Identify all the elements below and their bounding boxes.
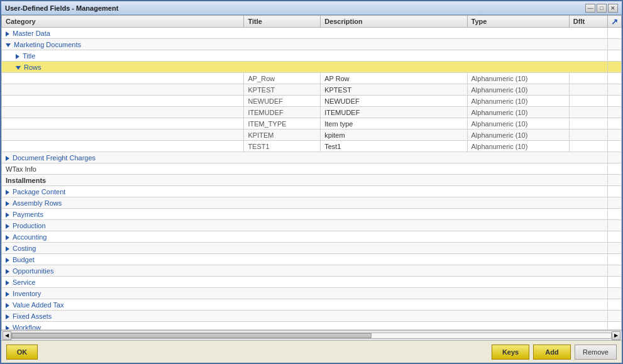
expand-icon[interactable] <box>16 54 19 59</box>
expand-icon[interactable] <box>6 292 9 297</box>
category-label[interactable]: Marketing Documents <box>14 41 81 48</box>
category-label[interactable]: Assembly Rows <box>13 199 62 207</box>
table-row[interactable]: NEWUDEFNEWUDEFAlphanumeric (10) <box>2 96 622 107</box>
horizontal-scrollbar[interactable]: ◀ ▶ <box>1 330 622 340</box>
expand-icon[interactable] <box>6 280 9 285</box>
category-cell[interactable]: Service <box>2 277 608 288</box>
category-cell[interactable]: Inventory <box>2 288 608 299</box>
category-cell[interactable]: Value Added Tax <box>2 299 608 311</box>
expand-icon[interactable] <box>6 156 9 161</box>
table-row[interactable]: ITEM_TYPEItem typeAlphanumeric (10) <box>2 118 622 130</box>
table-row[interactable]: Workflow <box>2 322 622 331</box>
category-label[interactable]: Package Content <box>13 188 65 196</box>
expand-icon[interactable] <box>6 326 9 330</box>
category-label[interactable]: Fixed Assets <box>13 312 52 320</box>
expand-icon[interactable] <box>6 201 9 206</box>
table-row[interactable]: TEST1Test1Alphanumeric (10) <box>2 141 622 152</box>
table-row[interactable]: Title <box>2 50 622 62</box>
remove-button[interactable]: Remove <box>575 345 617 360</box>
category-label[interactable]: Costing <box>13 245 36 252</box>
table-row[interactable]: Costing <box>2 243 622 254</box>
table-row[interactable]: AP_RowAP RowAlphanumeric (10) <box>2 73 622 84</box>
category-cell[interactable]: Opportunities <box>2 265 608 277</box>
table-row[interactable]: Master Data <box>2 28 622 39</box>
cat-nav-cell <box>607 50 621 62</box>
category-cell[interactable]: Master Data <box>2 28 608 39</box>
category-cell[interactable]: Marketing Documents <box>2 39 608 50</box>
expand-icon[interactable] <box>6 258 9 263</box>
category-label[interactable]: Rows <box>24 63 41 71</box>
table-row[interactable]: Inventory <box>2 288 622 299</box>
ok-button[interactable]: OK <box>6 345 38 360</box>
table-row[interactable]: Assembly Rows <box>2 197 622 209</box>
col-dft: Dflt <box>569 16 607 28</box>
table-row[interactable]: Fixed Assets <box>2 311 622 322</box>
expand-icon[interactable] <box>6 303 9 308</box>
scrollbar-thumb[interactable] <box>12 333 372 338</box>
category-label[interactable]: Payments <box>13 211 43 218</box>
category-label[interactable]: Budget <box>13 256 35 263</box>
table-row[interactable]: Rows <box>2 62 622 73</box>
category-label[interactable]: Document Freight Charges <box>13 154 96 162</box>
expand-icon[interactable] <box>6 246 9 251</box>
table-row[interactable]: ITEMUDEFITEMUDEFAlphanumeric (10) <box>2 107 622 118</box>
keys-button[interactable]: Keys <box>492 345 529 360</box>
table-row[interactable]: Service <box>2 277 622 288</box>
category-cell[interactable]: WTax Info <box>2 163 608 175</box>
category-cell[interactable]: Document Freight Charges <box>2 152 608 163</box>
table-row[interactable]: Value Added Tax <box>2 299 622 311</box>
category-cell[interactable]: Budget <box>2 254 608 265</box>
category-cell[interactable]: Fixed Assets <box>2 311 608 322</box>
expand-icon[interactable] <box>6 314 9 319</box>
collapse-icon[interactable] <box>16 66 21 70</box>
category-label[interactable]: Title <box>23 52 35 60</box>
category-cell[interactable]: Rows <box>2 62 608 73</box>
expand-icon[interactable] <box>6 269 9 274</box>
category-cell[interactable]: Workflow <box>2 322 608 331</box>
category-label[interactable]: Service <box>13 279 36 286</box>
cat-nav-cell <box>607 175 621 186</box>
maximize-button[interactable]: □ <box>597 4 607 13</box>
category-cell[interactable]: Package Content <box>2 186 608 197</box>
category-cell[interactable]: Accounting <box>2 231 608 243</box>
category-cell[interactable]: Installments <box>2 175 608 186</box>
category-cell[interactable]: Production <box>2 220 608 231</box>
table-row[interactable]: Budget <box>2 254 622 265</box>
table-row[interactable]: KPTESTKPTESTAlphanumeric (10) <box>2 84 622 96</box>
table-row[interactable]: WTax Info <box>2 163 622 175</box>
category-cell[interactable]: Title <box>2 50 608 62</box>
table-row[interactable]: Package Content <box>2 186 622 197</box>
table-row[interactable]: Opportunities <box>2 265 622 277</box>
table-row[interactable]: Production <box>2 220 622 231</box>
expand-icon[interactable] <box>6 235 9 240</box>
collapse-icon[interactable] <box>6 43 11 47</box>
category-label[interactable]: Workflow <box>13 324 41 331</box>
minimize-button[interactable]: — <box>585 4 595 13</box>
category-cell[interactable]: Costing <box>2 243 608 254</box>
category-label[interactable]: Inventory <box>13 290 41 297</box>
nav-icon[interactable]: ↗ <box>608 17 621 26</box>
expand-icon[interactable] <box>6 224 9 229</box>
category-cell[interactable]: Assembly Rows <box>2 197 608 209</box>
close-button[interactable]: ✕ <box>608 4 618 13</box>
table-row[interactable]: Payments <box>2 209 622 220</box>
table-row[interactable]: Marketing Documents <box>2 39 622 50</box>
scroll-right-btn[interactable]: ▶ <box>612 331 620 340</box>
table-row[interactable]: KPITEMkpitemAlphanumeric (10) <box>2 130 622 141</box>
table-row[interactable]: Installments <box>2 175 622 186</box>
expand-icon[interactable] <box>6 31 9 36</box>
add-button[interactable]: Add <box>533 345 571 360</box>
category-label[interactable]: Master Data <box>13 30 50 37</box>
table-row[interactable]: Accounting <box>2 231 622 243</box>
scrollbar-track[interactable] <box>11 333 612 339</box>
table-row[interactable]: Document Freight Charges <box>2 152 622 163</box>
field-dft-cell <box>569 84 607 96</box>
category-label[interactable]: Value Added Tax <box>13 301 64 309</box>
category-cell[interactable]: Payments <box>2 209 608 220</box>
category-label[interactable]: Production <box>13 222 46 229</box>
expand-icon[interactable] <box>6 212 9 218</box>
category-label[interactable]: Opportunities <box>13 267 53 275</box>
expand-icon[interactable] <box>6 190 9 195</box>
scroll-left-btn[interactable]: ◀ <box>3 331 11 340</box>
category-label[interactable]: Accounting <box>13 233 47 241</box>
